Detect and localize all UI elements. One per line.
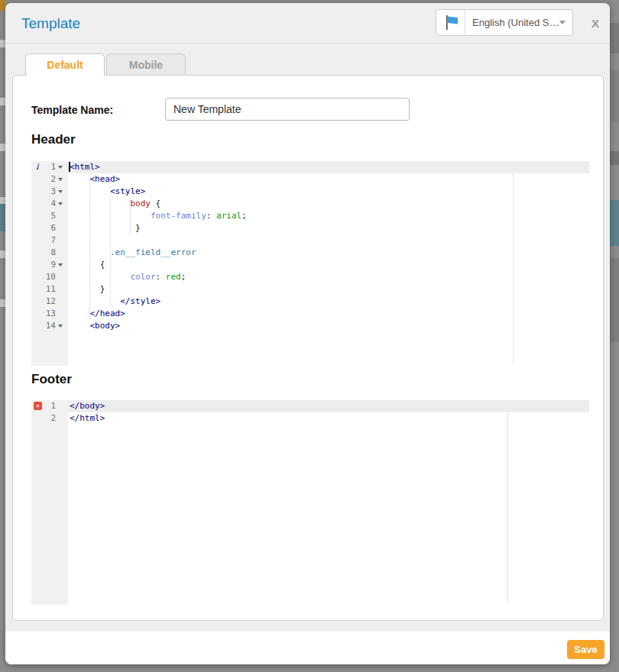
code-token: <body> (90, 321, 121, 331)
backdrop-fragment (610, 151, 619, 165)
code-line: font-family: arial; (31, 210, 589, 222)
backdrop-fragment (0, 299, 5, 307)
fold-arrow-icon[interactable] (58, 263, 63, 267)
code-line: .en__field__error (31, 247, 589, 259)
line-number: 8 (36, 247, 56, 259)
code-token: font-family (151, 211, 206, 221)
code-token: ; (181, 272, 186, 282)
code-token: </style> (120, 296, 160, 306)
code-token: { (151, 199, 160, 208)
backdrop-fragment (0, 144, 5, 151)
code-line: } (31, 222, 589, 234)
tab-default-label: Default (47, 59, 83, 71)
gutter-line: i1 (31, 161, 68, 173)
fold-arrow-icon[interactable] (58, 178, 63, 181)
header-code-editor[interactable]: <html> <head> <style> body { font-family… (31, 161, 589, 366)
gutter-line: 12 (31, 296, 68, 308)
code-area[interactable]: <html> <head> <style> body { font-family… (31, 161, 589, 332)
gutter-line: 2 (31, 173, 68, 186)
line-number: 13 (36, 308, 56, 320)
code-line: </style> (31, 296, 589, 308)
backdrop-fragment (610, 200, 619, 246)
backdrop-fragment (610, 70, 619, 122)
line-number: 2 (36, 412, 56, 425)
line-number: 5 (36, 210, 56, 222)
code-token: .en__field__error (110, 247, 196, 257)
code-token: </html> (70, 413, 105, 423)
backdrop-fragment (610, 258, 619, 342)
code-token: <style> (110, 186, 145, 196)
editor-gutter: i1234567891011121314 (31, 161, 68, 366)
line-number: 4 (36, 198, 56, 210)
code-token (70, 321, 90, 331)
language-value: English (United S… (465, 17, 559, 28)
code-token (70, 199, 130, 208)
code-token: { (70, 260, 105, 270)
code-line: color: red; (31, 271, 589, 283)
indent-guide (110, 186, 111, 308)
code-token: </body> (70, 401, 105, 411)
fold-arrow-icon[interactable] (58, 325, 63, 328)
backdrop-fragment (0, 197, 5, 204)
indent-guide (89, 173, 90, 320)
gutter-line: 6 (31, 222, 68, 234)
code-token: arial (216, 211, 241, 221)
line-number: 11 (36, 283, 56, 296)
code-line: <head> (31, 173, 589, 186)
backdrop-fragment (610, 23, 619, 53)
code-line: </body> (31, 400, 589, 412)
code-area[interactable]: </body></html> (31, 400, 589, 425)
code-line: } (31, 283, 589, 296)
tab-default[interactable]: Default (25, 53, 105, 76)
line-number: 14 (36, 320, 56, 332)
backdrop-fragment (0, 98, 5, 105)
line-number: 7 (36, 234, 56, 247)
code-token: } (70, 284, 105, 294)
code-token: <head> (90, 174, 121, 184)
editor-gutter: ✕12 (31, 400, 68, 605)
gutter-line: 11 (31, 283, 68, 296)
template-name-label: Template Name: (31, 99, 113, 121)
indent-guide (130, 198, 131, 234)
code-token (70, 272, 130, 282)
code-token (70, 309, 90, 318)
flag-icon (436, 10, 465, 35)
code-token (70, 296, 120, 306)
gutter-line: 8 (31, 247, 68, 259)
line-number: 1 (36, 400, 56, 412)
code-line: { (31, 259, 589, 271)
footer-code-editor[interactable]: </body></html>✕12 (31, 400, 589, 605)
line-number: 9 (36, 259, 56, 271)
template-modal: Template English (United S… X Default Mo… (5, 3, 610, 664)
save-button[interactable]: Save (567, 640, 604, 659)
code-token: ; (241, 211, 247, 221)
code-token (70, 174, 90, 184)
code-token: color (130, 272, 155, 282)
code-line: <style> (31, 186, 589, 198)
template-name-input[interactable] (165, 98, 410, 121)
column-ruler (507, 400, 508, 603)
tab-mobile-label: Mobile (129, 59, 163, 71)
line-number: 3 (36, 186, 56, 198)
language-select[interactable]: English (United S… (436, 9, 573, 36)
backdrop-fragment (0, 250, 5, 258)
gutter-line: 10 (31, 271, 68, 283)
backdrop: Template English (United S… X Default Mo… (0, 0, 619, 672)
gutter-line: 4 (31, 198, 68, 210)
chevron-down-icon (559, 21, 566, 24)
code-line: <body> (31, 320, 589, 332)
tab-mobile[interactable]: Mobile (106, 53, 186, 75)
line-number: 12 (36, 296, 56, 308)
gutter-line: 5 (31, 210, 68, 222)
fold-arrow-icon[interactable] (58, 202, 63, 205)
gutter-line: 13 (31, 308, 68, 320)
close-button[interactable]: X (591, 3, 599, 44)
code-line: </head> (31, 308, 589, 320)
page-title: Template (21, 3, 80, 44)
gutter-line: 2 (31, 412, 68, 425)
text-cursor (69, 162, 70, 172)
fold-arrow-icon[interactable] (58, 166, 63, 169)
modal-footer: Save (5, 632, 610, 664)
fold-arrow-icon[interactable] (58, 190, 63, 193)
line-number: 2 (36, 173, 56, 186)
